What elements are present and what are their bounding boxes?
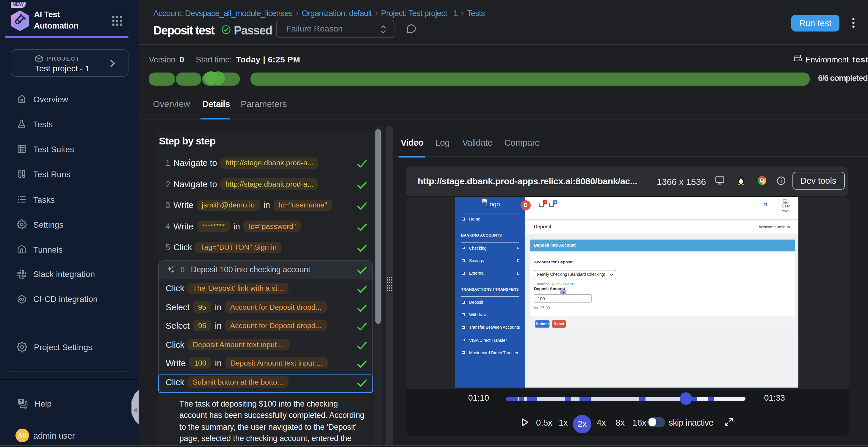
svg-text:?: ?: [20, 399, 22, 404]
